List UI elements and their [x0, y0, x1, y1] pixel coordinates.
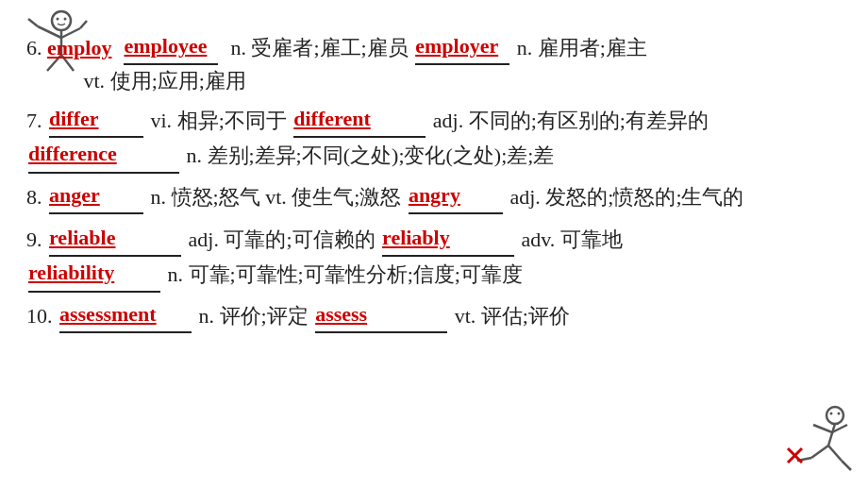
line-10: 10. assessment n. 评价;评定 assess vt. 评估;评价: [26, 296, 842, 333]
pos-10-2: vt.: [455, 304, 476, 328]
pos-8-2: adj.: [509, 185, 540, 209]
pos-9-1: adj.: [189, 228, 219, 251]
blank-different: different: [293, 101, 426, 138]
blank-assess: assess: [315, 296, 447, 333]
pos-7-1: vi.: [151, 109, 173, 132]
blank-assessment: assessment: [59, 296, 192, 333]
line-7: 7. differ vi. 相异;不同于 different adj. 不同的;…: [26, 101, 842, 138]
meaning-7-1: 相异;不同于: [177, 109, 287, 132]
meaning-9-3: 可靠;可靠性;可靠性分析;信度;可靠度: [189, 262, 523, 286]
blank-anger: anger: [49, 177, 143, 214]
meaning-6-3: 雇用者;雇主: [538, 36, 647, 59]
blank-reliability: reliability: [28, 255, 160, 292]
pos-6-1: vt.: [84, 69, 106, 93]
meaning-8-1: 愤怒;怒气: [172, 185, 260, 209]
line-6: 6. employ employee n. 受雇者;雇工;雇员 employer…: [26, 28, 842, 65]
line-6-cont: vt. 使用;应用;雇用: [26, 63, 842, 98]
blank-angry: angry: [409, 177, 503, 214]
blank-reliable: reliable: [49, 220, 181, 257]
line-9: 9. reliable adj. 可靠的;可信赖的 reliably adv. …: [26, 220, 842, 257]
blank-6-1: employee: [117, 36, 225, 59]
pos-9-2: adv.: [522, 228, 556, 251]
meaning-8-1b: 使生气;激怒: [292, 185, 401, 209]
pos-7-3: n.: [187, 143, 203, 167]
meaning-6-1: 使用;应用;雇用: [110, 69, 246, 93]
pos-7-2: adj.: [433, 109, 463, 132]
meaning-9-1: 可靠的;可信赖的: [224, 228, 375, 251]
meaning-8-2: 发怒的;愤怒的;生气的: [545, 185, 743, 209]
number-10: 10.: [26, 304, 53, 328]
meaning-6-2: 受雇者;雇工;雇员: [251, 36, 408, 59]
blank-reliably: reliably: [382, 220, 514, 257]
pos-6-2: n.: [230, 36, 246, 59]
number-7: 7.: [26, 109, 42, 132]
line-8: 8. anger n. 愤怒;怒气 vt. 使生气;激怒 angry adj. …: [26, 177, 842, 214]
blank-differ-7: differ: [49, 101, 143, 138]
meaning-10-2: 评估;评价: [481, 304, 570, 328]
meaning-7-2: 不同的;有区别的;有差异的: [469, 109, 709, 132]
page-container: 6. employ employee n. 受雇者;雇工;雇员 employer…: [0, 0, 868, 489]
keyword-employ: employ: [47, 36, 111, 59]
meaning-9-2: 可靠地: [560, 228, 623, 251]
meaning-7-3: 差别;差异;不同(之处);变化(之处);差;差: [208, 143, 555, 167]
blank-employee: employee: [124, 28, 218, 65]
pos-8-1b: vt.: [265, 185, 287, 209]
line-9-cont: reliability n. 可靠;可靠性;可靠性分析;信度;可靠度: [26, 255, 842, 292]
content-area: 6. employ employee n. 受雇者;雇工;雇员 employer…: [26, 17, 842, 333]
number-6: 6.: [26, 36, 42, 59]
pos-10-1: n.: [199, 304, 215, 328]
pos-8-1: n.: [151, 185, 167, 209]
line-7-cont: difference n. 差别;差异;不同(之处);变化(之处);差;差: [26, 136, 842, 173]
number-9: 9.: [26, 228, 42, 251]
pos-9-3: n.: [168, 262, 184, 286]
meaning-10-1: 评价;评定: [220, 304, 309, 328]
blank-employer: employer: [415, 28, 509, 65]
pos-6-3: n.: [517, 36, 533, 59]
blank-difference: difference: [28, 136, 179, 173]
number-8: 8.: [26, 185, 42, 209]
